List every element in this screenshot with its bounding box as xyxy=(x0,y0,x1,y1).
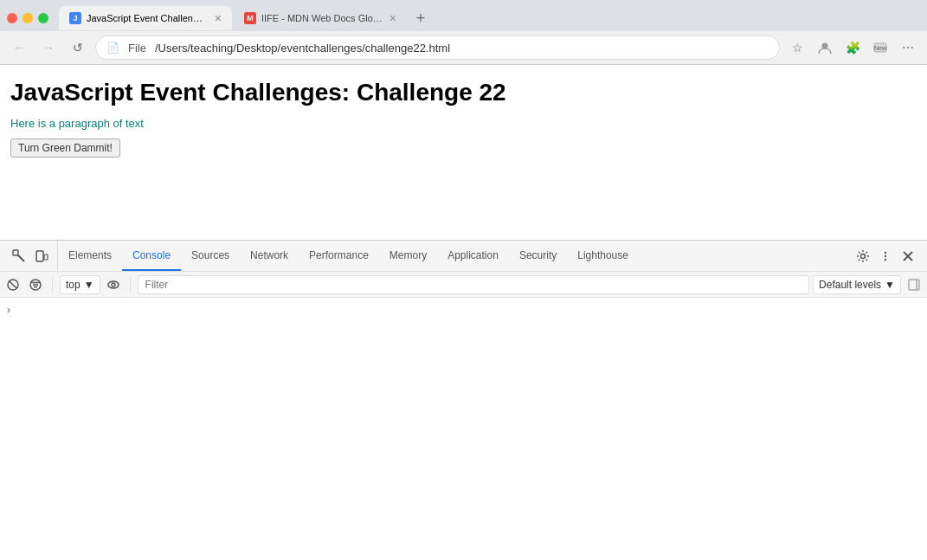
svg-text:New: New xyxy=(874,45,887,51)
refresh-button[interactable]: ↺ xyxy=(66,35,90,60)
tab-close-2[interactable]: × xyxy=(389,11,396,25)
extension-puzzle-icon[interactable]: 🧩 xyxy=(840,35,865,60)
tab-network[interactable]: Network xyxy=(240,241,299,271)
tab-label-2: IIFE - MDN Web Docs Glossar... xyxy=(261,13,383,23)
traffic-lights xyxy=(7,13,48,23)
tabs-container: J JavaScript Event Challenges: × M IIFE … xyxy=(59,6,920,30)
console-separator-1 xyxy=(52,277,53,293)
element-picker-icon[interactable] xyxy=(9,246,29,267)
browser-chrome: J JavaScript Event Challenges: × M IIFE … xyxy=(0,0,927,65)
console-levels-label: Default levels xyxy=(819,279,881,291)
traffic-light-red[interactable] xyxy=(7,13,17,23)
device-toggle-icon[interactable] xyxy=(31,246,52,267)
address-input-wrap: 📄 File /Users/teaching/Desktop/eventchal… xyxy=(95,35,780,60)
file-protocol-icon: 📄 xyxy=(106,42,119,54)
tab-sources[interactable]: Sources xyxy=(181,241,240,271)
console-body[interactable]: › xyxy=(0,298,927,560)
svg-point-10 xyxy=(885,258,886,260)
address-bar: ← → ↺ 📄 File /Users/teaching/Desktop/eve… xyxy=(0,31,927,64)
page-content: JavaScript Event Challenges: Challenge 2… xyxy=(0,65,927,267)
console-sidebar-toggle[interactable] xyxy=(904,275,924,294)
tab-application[interactable]: Application xyxy=(437,241,509,271)
back-button[interactable]: ← xyxy=(7,35,31,60)
devtools-close-icon[interactable] xyxy=(898,246,918,267)
protocol-label: File xyxy=(128,42,146,55)
console-context-label: top xyxy=(66,279,80,291)
devtools-toolbar: Elements Console Sources Network Perform… xyxy=(0,241,927,272)
svg-point-19 xyxy=(108,281,119,288)
svg-point-20 xyxy=(112,283,115,286)
console-clear-button[interactable] xyxy=(3,275,23,294)
console-toolbar: top ▼ Default levels ▼ xyxy=(0,272,927,298)
console-filter-input[interactable] xyxy=(138,275,809,294)
tab-label-1: JavaScript Event Challenges: xyxy=(87,13,208,23)
svg-rect-21 xyxy=(909,280,919,290)
browser-window: J JavaScript Event Challenges: × M IIFE … xyxy=(0,0,927,560)
devtools-right-icons xyxy=(847,246,924,267)
tab-memory[interactable]: Memory xyxy=(379,241,437,271)
tab-elements[interactable]: Elements xyxy=(58,241,122,271)
browser-toolbar-icons: ☆ 🧩 New ⋯ xyxy=(785,35,920,60)
profile-icon[interactable] xyxy=(813,35,837,60)
turn-green-button[interactable]: Turn Green Dammit! xyxy=(10,138,120,158)
svg-line-14 xyxy=(10,281,16,288)
tab-console[interactable]: Console xyxy=(122,241,181,271)
svg-point-7 xyxy=(861,254,866,258)
svg-point-8 xyxy=(885,251,886,253)
bookmark-star-icon[interactable]: ☆ xyxy=(785,35,809,60)
devtools-left-icons xyxy=(3,241,58,271)
console-context-arrow: ▼ xyxy=(84,279,94,291)
tab-performance[interactable]: Performance xyxy=(299,241,379,271)
svg-rect-6 xyxy=(44,254,48,260)
console-chevron-icon: › xyxy=(7,304,10,316)
page-title: JavaScript Event Challenges: Challenge 2… xyxy=(10,79,917,106)
svg-point-9 xyxy=(885,254,886,256)
console-filter-toggle-button[interactable] xyxy=(26,275,45,294)
console-eye-button[interactable] xyxy=(104,275,123,294)
devtools-settings-icon[interactable] xyxy=(853,246,873,267)
devtools-more-icon[interactable] xyxy=(875,246,896,267)
new-badge-icon[interactable]: New xyxy=(868,35,892,60)
forward-button[interactable]: → xyxy=(36,35,61,60)
tab-lighthouse[interactable]: Lighthouse xyxy=(567,241,639,271)
address-url[interactable]: /Users/teaching/Desktop/eventchallenges/… xyxy=(155,42,769,55)
tab-security[interactable]: Security xyxy=(509,241,567,271)
svg-rect-3 xyxy=(13,250,18,255)
extensions-icon[interactable]: ⋯ xyxy=(896,35,920,60)
console-levels-select[interactable]: Default levels ▼ xyxy=(813,275,901,294)
devtools-tabs: Elements Console Sources Network Perform… xyxy=(58,241,847,271)
tab-favicon-2: M xyxy=(244,12,256,24)
console-separator-2 xyxy=(130,277,131,293)
tab-close-1[interactable]: × xyxy=(215,11,222,25)
svg-line-4 xyxy=(18,255,24,261)
svg-rect-5 xyxy=(36,251,43,261)
console-levels-arrow: ▼ xyxy=(885,279,895,291)
traffic-light-green[interactable] xyxy=(38,13,48,23)
tab-favicon-1: J xyxy=(69,12,81,24)
console-context-select[interactable]: top ▼ xyxy=(60,275,100,294)
browser-tab-2[interactable]: M IIFE - MDN Web Docs Glossar... × xyxy=(234,6,407,30)
traffic-light-yellow[interactable] xyxy=(23,13,33,23)
tab-bar: J JavaScript Event Challenges: × M IIFE … xyxy=(0,0,927,31)
devtools-panel: Elements Console Sources Network Perform… xyxy=(0,240,927,560)
page-paragraph: Here is a paragraph of text xyxy=(10,117,917,130)
new-tab-button[interactable]: + xyxy=(409,6,433,30)
console-prompt-row: › xyxy=(7,301,920,319)
browser-tab-active[interactable]: J JavaScript Event Challenges: × xyxy=(59,6,232,30)
